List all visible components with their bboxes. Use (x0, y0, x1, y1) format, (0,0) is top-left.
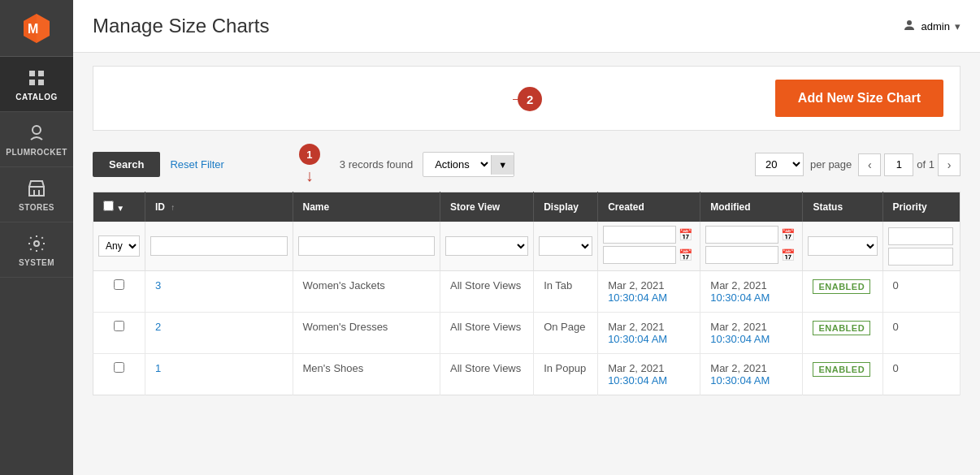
filter-name-input[interactable] (298, 236, 436, 256)
main-content: Manage Size Charts admin ▾ 2 → Add New S… (73, 0, 980, 475)
row-checkbox[interactable] (114, 279, 124, 290)
sidebar-item-label: PLUMROCKET (6, 148, 67, 157)
filter-priority-to-input[interactable]: To (888, 248, 953, 266)
row-display: In Tab (534, 271, 598, 313)
filter-modified-from-input[interactable]: From (705, 226, 778, 244)
sidebar-item-label: SYSTEM (19, 258, 54, 267)
table-filter-row: Any (93, 222, 960, 271)
sidebar-logo: M (0, 0, 73, 57)
filter-checkbox-cell: Any (93, 222, 145, 271)
page-title: Manage Size Charts (93, 15, 269, 37)
sidebar-item-system[interactable]: SYSTEM (0, 222, 73, 278)
pagination: ‹ of 1 › (858, 153, 960, 176)
status-badge: ENABLED (813, 321, 870, 335)
created-to-calendar-icon[interactable]: 📅 (679, 248, 692, 261)
actions-caret-icon[interactable]: ▼ (491, 155, 514, 175)
row-created: Mar 2, 202110:30:04 AM (598, 271, 700, 313)
th-modified: Modified (700, 192, 803, 222)
reset-filter-link[interactable]: Reset Filter (170, 158, 223, 171)
page-next-button[interactable]: › (938, 153, 960, 176)
sidebar-item-label: STORES (19, 203, 54, 212)
sidebar-item-label: CATALOG (15, 93, 57, 101)
row-checkbox[interactable] (114, 362, 124, 373)
status-badge: ENABLED (813, 362, 870, 377)
select-all-checkbox[interactable] (103, 201, 114, 211)
modified-from-calendar-icon[interactable]: 📅 (781, 228, 795, 241)
row-id: 3 (145, 271, 293, 313)
step2-indicator: 2 → (510, 87, 527, 110)
th-created: Created (598, 192, 700, 222)
actions-select[interactable]: Actions (423, 153, 491, 176)
th-status: Status (803, 192, 882, 222)
step1-badge: 1 (299, 144, 320, 165)
row-id-link[interactable]: 3 (155, 279, 161, 291)
page-of-label: of 1 (917, 158, 934, 171)
svg-point-11 (34, 241, 39, 246)
svg-rect-3 (29, 71, 35, 76)
filter-display-cell (534, 222, 598, 271)
filter-modified-to-input[interactable]: To (705, 246, 778, 264)
th-priority: Priority (882, 192, 960, 222)
th-store-view: Store View (440, 192, 534, 222)
user-caret-icon[interactable]: ▾ (955, 20, 960, 32)
per-page-select[interactable]: 20 30 50 100 200 (755, 153, 804, 176)
th-name: Name (293, 192, 440, 222)
row-status: ENABLED (803, 313, 882, 354)
row-priority: 0 (882, 271, 960, 313)
filter-priority-cell: From To (882, 222, 960, 271)
row-status: ENABLED (803, 354, 882, 395)
svg-rect-4 (38, 71, 44, 76)
row-name: Men's Shoes (293, 354, 440, 395)
row-modified: Mar 2, 202110:30:04 AM (700, 313, 803, 354)
sidebar-item-catalog[interactable]: CATALOG (0, 57, 73, 112)
row-checkbox[interactable] (114, 321, 124, 331)
sort-icon[interactable]: ↑ (171, 203, 175, 212)
row-name: Women's Jackets (293, 271, 440, 313)
row-priority: 0 (882, 354, 960, 395)
row-id-link[interactable]: 1 (155, 362, 161, 374)
row-created: Mar 2, 202110:30:04 AM (598, 313, 700, 354)
filter-display-select[interactable] (539, 236, 592, 256)
filter-created-to-input[interactable]: To (603, 246, 676, 264)
table-row: 3 Women's Jackets All Store Views In Tab… (93, 271, 960, 313)
step1-arrow-icon: ↓ (306, 166, 314, 185)
modified-to-calendar-icon[interactable]: 📅 (781, 248, 795, 261)
table-row: 2 Women's Dresses All Store Views On Pag… (93, 313, 960, 354)
plumrocket-icon (25, 122, 48, 145)
page-header: Manage Size Charts admin ▾ (73, 0, 980, 53)
page-content: 2 → Add New Size Chart Search Reset Filt… (73, 53, 980, 475)
filter-status-select[interactable] (808, 236, 877, 256)
svg-rect-8 (29, 187, 44, 196)
th-display: Display (534, 192, 598, 222)
sidebar: M CATALOG PLUMROCKET STORES SYSTEM (0, 0, 73, 475)
row-created: Mar 2, 202110:30:04 AM (598, 354, 700, 395)
add-new-size-chart-button[interactable]: Add New Size Chart (775, 80, 943, 117)
filter-any-select[interactable]: Any (98, 235, 140, 257)
filter-modified-cell: From 📅 To 📅 (700, 222, 803, 271)
th-id: ID ↑ (145, 192, 293, 222)
filter-name-cell (293, 222, 440, 271)
filter-created-from-input[interactable]: From (603, 226, 676, 244)
row-id-link[interactable]: 2 (155, 321, 161, 333)
sidebar-item-stores[interactable]: STORES (0, 167, 73, 222)
row-id: 2 (145, 313, 293, 354)
filter-id-input[interactable] (150, 236, 288, 256)
svg-point-12 (907, 20, 912, 25)
filter-created-cell: From 📅 To 📅 (598, 222, 700, 271)
table-header-row: ▼ ID ↑ Name Store View Display Created M… (93, 192, 960, 222)
row-modified: Mar 2, 202110:30:04 AM (700, 271, 803, 313)
sidebar-item-plumrocket[interactable]: PLUMROCKET (0, 112, 73, 167)
filter-priority-from-input[interactable]: From (888, 227, 953, 245)
svg-rect-6 (38, 80, 44, 85)
page-number-input[interactable] (884, 153, 913, 176)
row-status: ENABLED (803, 271, 882, 313)
created-from-calendar-icon[interactable]: 📅 (679, 228, 692, 241)
actions-dropdown[interactable]: Actions ▼ (423, 152, 514, 177)
svg-rect-5 (29, 80, 35, 85)
th-checkbox-caret-icon[interactable]: ▼ (116, 204, 124, 213)
search-button[interactable]: Search (93, 152, 160, 177)
row-checkbox-cell (93, 271, 145, 313)
filter-store-view-select[interactable] (445, 236, 528, 256)
header-user-area[interactable]: admin ▾ (902, 18, 960, 35)
page-prev-button[interactable]: ‹ (858, 153, 881, 176)
